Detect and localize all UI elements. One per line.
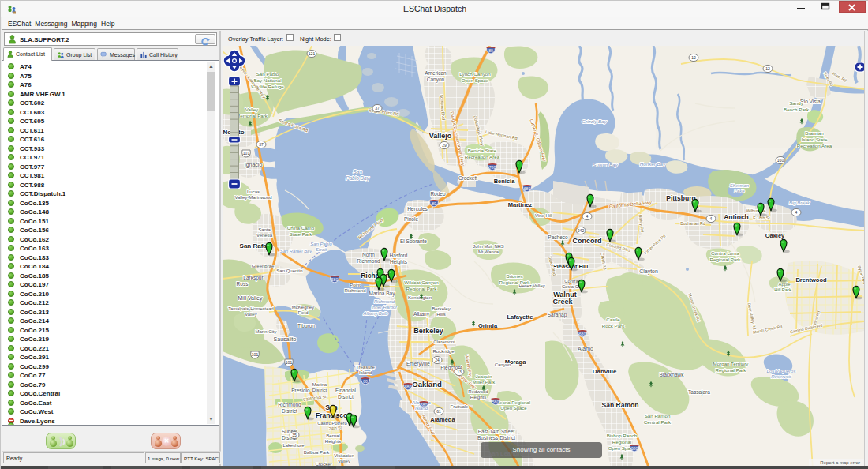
- svg-text:Martinez: Martinez: [508, 201, 533, 208]
- svg-text:Presidio: Presidio: [291, 388, 310, 393]
- svg-text:San Pablo: San Pablo: [256, 71, 279, 77]
- svg-text:Sausalito: Sausalito: [274, 336, 297, 342]
- svg-text:China Camp: China Camp: [287, 225, 315, 231]
- svg-text:McKegney: McKegney: [292, 305, 314, 310]
- svg-text:Blackhawk: Blackhawk: [659, 372, 684, 377]
- svg-text:Lynch Canyon: Lynch Canyon: [459, 71, 491, 77]
- svg-text:Castro: Castro: [317, 421, 331, 426]
- svg-text:Vine Hill: Vine Hill: [535, 213, 552, 218]
- svg-text:Briones: Briones: [507, 273, 523, 279]
- svg-text:Grizzly Bay: Grizzly Bay: [582, 118, 607, 124]
- svg-text:Apple: Apple: [779, 282, 791, 287]
- svg-text:Regional Park: Regional Park: [499, 280, 531, 285]
- svg-text:Valley-Marinwood: Valley-Marinwood: [234, 195, 271, 200]
- svg-text:Reservoir: Reservoir: [771, 374, 792, 379]
- svg-text:San Ramon: San Ramon: [602, 401, 639, 409]
- svg-text:37: 37: [375, 106, 380, 111]
- svg-text:Benicia: Benicia: [494, 178, 516, 185]
- svg-text:Clayton: Clayton: [639, 268, 658, 275]
- svg-text:Alameda: Alameda: [430, 416, 455, 423]
- svg-text:Brannan: Brannan: [805, 130, 824, 136]
- svg-text:Morgan Territory: Morgan Territory: [713, 361, 750, 366]
- svg-text:Richmond: Richmond: [357, 258, 380, 264]
- svg-text:101: 101: [243, 151, 250, 156]
- svg-text:121: 121: [309, 51, 316, 56]
- svg-text:American: American: [425, 70, 447, 76]
- svg-text:Strait: Strait: [316, 247, 327, 252]
- svg-text:Joaquin: Joaquin: [475, 374, 492, 379]
- svg-text:Santa: Santa: [258, 227, 271, 232]
- svg-text:Bishop Ranch: Bishop Ranch: [607, 433, 638, 438]
- svg-text:Field: Field: [297, 310, 308, 315]
- svg-text:Richmond: Richmond: [344, 288, 365, 293]
- svg-text:Miller Park: Miller Park: [473, 380, 496, 385]
- svg-text:Oakland: Oakland: [412, 380, 442, 388]
- svg-text:4: 4: [586, 214, 589, 219]
- svg-text:Castle: Castle: [606, 317, 620, 322]
- svg-text:Tamalpais-Homestead: Tamalpais-Homestead: [228, 306, 274, 311]
- svg-text:Leona Regional: Leona Regional: [497, 400, 530, 405]
- svg-text:Sandy: Sandy: [789, 100, 803, 106]
- svg-text:Lucas: Lucas: [247, 189, 260, 194]
- svg-text:Oakley: Oakley: [765, 232, 785, 239]
- svg-text:Antioch: Antioch: [724, 213, 749, 221]
- svg-text:Costa Ce: Costa Ce: [562, 284, 581, 289]
- svg-text:Honker Bay: Honker Bay: [640, 161, 666, 167]
- svg-text:4: 4: [710, 216, 713, 221]
- svg-text:San Pablo: San Pablo: [310, 242, 332, 246]
- svg-text:Recreation Area: Recreation Area: [465, 154, 500, 159]
- svg-text:Sherman: Sherman: [730, 183, 750, 188]
- svg-text:East 14th Street: East 14th Street: [478, 429, 515, 434]
- svg-text:780: 780: [489, 165, 496, 170]
- svg-text:Open Space: Open Space: [462, 77, 489, 83]
- svg-text:Mt Wanda: Mt Wanda: [478, 250, 499, 254]
- svg-text:880: 880: [405, 385, 412, 389]
- svg-text:Regional Park: Regional Park: [406, 286, 438, 291]
- svg-text:Benicia State: Benicia State: [468, 148, 497, 153]
- svg-text:Berkeley: Berkeley: [413, 327, 443, 335]
- svg-text:Business District: Business District: [477, 435, 515, 441]
- svg-text:Albany Bulb: Albany Bulb: [363, 311, 389, 316]
- svg-text:Marina Bay: Marina Bay: [369, 291, 396, 297]
- svg-text:Heights: Heights: [470, 395, 486, 400]
- svg-text:State Park: State Park: [290, 231, 313, 237]
- svg-text:80: 80: [363, 379, 368, 384]
- svg-text:Balboa Park: Balboa Park: [304, 450, 331, 455]
- svg-text:101: 101: [252, 352, 259, 357]
- svg-text:Redwood: Redwood: [468, 389, 488, 394]
- svg-text:Hercules: Hercules: [407, 206, 428, 212]
- svg-text:Valley: Valley: [338, 459, 350, 463]
- svg-text:Lafayette: Lafayette: [507, 313, 533, 321]
- svg-text:Albany: Albany: [413, 311, 430, 317]
- svg-text:12: 12: [765, 66, 770, 71]
- svg-text:Venetia: Venetia: [256, 233, 273, 238]
- svg-text:37: 37: [259, 142, 264, 147]
- svg-text:Richmond: Richmond: [278, 402, 301, 407]
- svg-text:Heights: Heights: [325, 439, 341, 444]
- svg-text:Central Park: Central Park: [644, 419, 672, 425]
- svg-text:Pinole: Pinole: [404, 216, 418, 222]
- svg-text:San: San: [353, 169, 362, 174]
- svg-text:Lakeshore: Lakeshore: [282, 443, 304, 448]
- svg-text:680: 680: [631, 446, 638, 451]
- svg-text:Bernal: Bernal: [326, 433, 339, 438]
- svg-text:Marin City: Marin City: [255, 329, 276, 334]
- svg-text:Ross: Ross: [237, 281, 249, 287]
- svg-text:13: 13: [457, 370, 462, 374]
- svg-text:Concord: Concord: [573, 237, 602, 245]
- svg-text:Larkspur: Larkspur: [243, 275, 264, 281]
- svg-text:Emeryville: Emeryville: [406, 361, 430, 367]
- svg-text:Tassajara: Tassajara: [688, 389, 710, 396]
- svg-text:Recreation Area: Recreation Area: [797, 143, 832, 148]
- svg-text:Regional Park: Regional Park: [710, 257, 742, 262]
- svg-text:Inner Harbor: Inner Harbor: [372, 305, 398, 310]
- svg-text:Creek: Creek: [552, 298, 573, 306]
- svg-text:District: District: [338, 394, 354, 400]
- svg-text:Regional: Regional: [612, 439, 631, 445]
- svg-text:Report a map error: Report a map error: [820, 460, 860, 465]
- svg-text:Beach Park: Beach Park: [784, 107, 810, 112]
- svg-text:Island: Island: [359, 370, 372, 375]
- svg-text:Big Break: Big Break: [789, 201, 810, 205]
- svg-text:San Rafael Bay: San Rafael Bay: [280, 249, 312, 253]
- svg-text:Fruitvale: Fruitvale: [450, 404, 469, 409]
